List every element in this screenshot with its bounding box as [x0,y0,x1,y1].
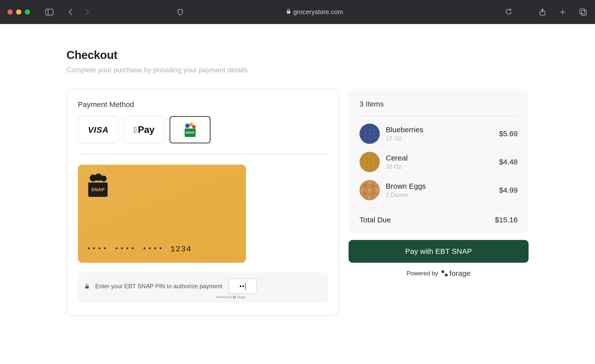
address-bar[interactable]: grocerystore.com [101,8,528,16]
share-icon[interactable] [538,8,547,17]
item-thumbnail [359,180,380,200]
order-item: Brown Eggs 1 Dozen $4.99 [359,180,518,200]
page-subtitle: Complete your purchase by providing your… [66,66,529,74]
svg-rect-2 [287,11,290,14]
payment-section-title: Payment Method [78,100,328,109]
payment-method-snap[interactable]: SNAP [170,116,210,143]
order-summary: 3 Items Blueberries 12 Oz $5.69 Cereal [349,89,529,233]
order-column: 3 Items Blueberries 12 Oz $5.69 Cereal [349,89,529,278]
item-name: Brown Eggs [386,182,493,190]
order-total-row: Total Due $15.16 [359,208,518,224]
payment-method-applepay[interactable]: Pay [124,116,165,143]
svg-rect-0 [46,9,53,15]
url-text: grocerystore.com [293,8,343,16]
window-zoom-button[interactable] [25,9,30,15]
forage-mark-icon [442,270,447,276]
sidebar-toggle-icon[interactable] [45,8,54,17]
item-subtext: 1 Dozen [386,191,493,198]
new-tab-icon[interactable] [558,8,567,17]
payment-method-selector: VISA Pay SNAP [78,116,328,154]
reload-button[interactable] [504,8,513,17]
item-subtext: 10 Oz [386,163,493,170]
svg-rect-7 [581,10,586,15]
pin-prompt-label: Enter your EBT SNAP PIN to authorize pay… [95,283,222,290]
order-item: Blueberries 12 Oz $5.69 [359,124,518,144]
svg-rect-9 [85,286,89,288]
card-number-masked: •••• •••• •••• 1234 [87,245,191,254]
order-item: Cereal 10 Oz $4.48 [359,152,518,172]
window-traffic-lights [7,9,30,15]
window-close-button[interactable] [7,9,13,15]
item-name: Blueberries [386,126,493,134]
pin-entry-row: Enter your EBT SNAP PIN to authorize pay… [78,273,328,303]
item-subtext: 12 Oz [386,135,493,142]
item-price: $4.99 [499,186,518,194]
ebt-card-visual: SNAP •••• •••• •••• 1234 [78,165,246,263]
lock-icon [85,284,89,288]
item-thumbnail [359,152,380,172]
window-minimize-button[interactable] [16,9,21,15]
snap-logo-icon: SNAP [183,123,198,137]
visa-logo: VISA [88,125,109,135]
pin-input[interactable]: •• [228,279,257,294]
privacy-shield-icon[interactable] [176,8,185,17]
browser-titlebar: grocerystore.com [0,0,595,24]
forage-mark-icon [233,296,236,298]
forage-logo: forage [442,269,471,278]
payment-panel: Payment Method VISA Pay SNAP [66,89,339,316]
powered-by-footer: Powered by forage [349,269,529,278]
back-button[interactable] [66,8,75,17]
tab-overview-icon[interactable] [579,8,588,17]
applepay-logo: Pay [134,125,154,135]
item-price: $4.48 [499,158,518,166]
lock-icon [286,8,291,16]
item-name: Cereal [386,154,493,162]
item-thumbnail [359,124,380,144]
snap-card-brand-icon: SNAP [86,173,110,197]
checkout-page: Checkout Complete your purchase by provi… [0,24,595,364]
card-last4: 1234 [170,245,191,254]
apple-icon:  [134,125,137,135]
pay-button[interactable]: Pay with EBT SNAP [349,240,529,263]
forward-button [83,8,91,17]
svg-rect-8 [580,9,585,14]
total-value: $15.16 [495,216,518,224]
payment-method-visa[interactable]: VISA [78,116,119,143]
order-count: 3 Items [359,100,518,116]
page-title: Checkout [66,48,529,62]
total-label: Total Due [359,216,391,224]
item-price: $5.69 [499,130,518,138]
order-items-list: Blueberries 12 Oz $5.69 Cereal 10 Oz $4.… [359,116,518,208]
pin-powered-by: Powered by forage [216,295,245,299]
